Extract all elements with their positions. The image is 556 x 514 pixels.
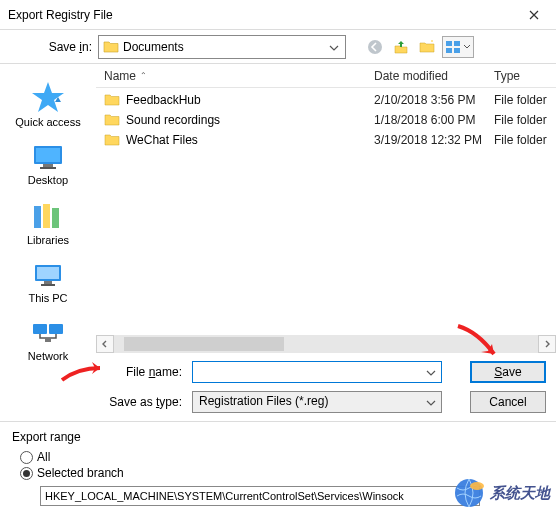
radio-all-label: All xyxy=(37,450,50,464)
column-header-name[interactable]: Name ⌃ xyxy=(96,64,366,87)
svg-rect-15 xyxy=(41,284,55,286)
svg-rect-6 xyxy=(36,148,60,162)
dialog-body: Quick access Desktop Libraries This PC N… xyxy=(0,64,556,422)
libraries-icon xyxy=(31,202,65,232)
column-header-label: Type xyxy=(494,69,520,83)
btn-suf: ave xyxy=(502,365,521,379)
chevron-down-icon xyxy=(329,40,339,54)
scroll-left-button[interactable] xyxy=(96,335,114,353)
sidebar-item-label: This PC xyxy=(28,292,67,304)
cancel-button[interactable]: Cancel xyxy=(470,391,546,413)
places-sidebar: Quick access Desktop Libraries This PC N… xyxy=(0,64,96,421)
sidebar-item-label: Desktop xyxy=(28,174,68,186)
list-item[interactable]: FeedbackHub 2/10/2018 3:56 PM File folde… xyxy=(96,90,556,110)
radio-selected-branch[interactable] xyxy=(20,467,33,480)
savein-value: Documents xyxy=(123,40,184,54)
save-button[interactable]: Save xyxy=(470,361,546,383)
chevron-left-icon xyxy=(101,340,109,348)
up-one-level-button[interactable] xyxy=(390,36,412,58)
label-suf: ame: xyxy=(155,365,182,379)
close-button[interactable] xyxy=(511,0,556,30)
branch-path-input[interactable] xyxy=(40,486,480,506)
savein-dropdown[interactable]: Documents xyxy=(98,35,346,59)
folder-icon xyxy=(104,92,120,108)
svg-rect-10 xyxy=(43,204,50,228)
column-header-label: Name xyxy=(104,69,136,83)
radio-all[interactable] xyxy=(20,451,33,464)
filename-label: File name: xyxy=(96,365,192,379)
file-list: Name ⌃ Date modified Type FeedbackHub 2/… xyxy=(96,64,556,335)
sidebar-item-desktop[interactable]: Desktop xyxy=(8,140,88,190)
file-type: File folder xyxy=(486,133,556,147)
file-name: FeedbackHub xyxy=(126,93,201,107)
star-icon xyxy=(31,80,65,114)
label-ul: A xyxy=(37,450,45,464)
chevron-down-icon xyxy=(426,395,436,409)
close-icon xyxy=(529,10,539,20)
svg-rect-4 xyxy=(454,48,460,53)
sidebar-item-label: Libraries xyxy=(27,234,69,246)
toolbar: Save in: Documents xyxy=(0,30,556,64)
sidebar-item-libraries[interactable]: Libraries xyxy=(8,198,88,250)
filename-input[interactable] xyxy=(192,361,442,383)
sidebar-item-label: Network xyxy=(28,350,68,362)
sidebar-item-label: Quick access xyxy=(15,116,80,128)
list-item[interactable]: Sound recordings 1/18/2018 6:00 PM File … xyxy=(96,110,556,130)
scroll-right-button[interactable] xyxy=(538,335,556,353)
toolbar-buttons xyxy=(364,36,474,58)
scroll-track[interactable] xyxy=(114,335,538,353)
new-folder-button[interactable] xyxy=(416,36,438,58)
svg-rect-2 xyxy=(454,41,460,46)
list-item[interactable]: WeChat Files 3/19/2018 12:32 PM File fol… xyxy=(96,130,556,150)
chevron-right-icon xyxy=(543,340,551,348)
svg-rect-14 xyxy=(44,281,52,284)
svg-rect-3 xyxy=(446,48,452,53)
window-title: Export Registry File xyxy=(8,8,511,22)
scroll-thumb[interactable] xyxy=(124,337,284,351)
file-date: 1/18/2018 6:00 PM xyxy=(366,113,486,127)
svg-rect-16 xyxy=(33,324,47,334)
watermark: 系统天地 xyxy=(452,476,550,510)
column-header-type[interactable]: Type xyxy=(486,64,556,87)
sidebar-item-this-pc[interactable]: This PC xyxy=(8,258,88,308)
horizontal-scrollbar[interactable] xyxy=(96,335,556,353)
svg-rect-13 xyxy=(37,267,59,279)
titlebar: Export Registry File xyxy=(0,0,556,30)
network-icon xyxy=(31,320,65,348)
svg-rect-1 xyxy=(446,41,452,46)
label-ul: S xyxy=(37,466,45,480)
label-pre: Save as xyxy=(109,395,156,409)
folder-icon xyxy=(104,112,120,128)
savein-label-pre: Save xyxy=(49,40,80,54)
columns-header: Name ⌃ Date modified Type xyxy=(96,64,556,88)
up-icon xyxy=(393,39,409,55)
file-rows: FeedbackHub 2/10/2018 3:56 PM File folde… xyxy=(96,88,556,150)
column-header-label: Date modified xyxy=(374,69,448,83)
savein-label: Save in: xyxy=(0,40,98,54)
label-pre: File xyxy=(126,365,149,379)
svg-rect-11 xyxy=(52,208,59,228)
svg-point-20 xyxy=(470,482,484,490)
view-menu-button[interactable] xyxy=(442,36,474,58)
filename-input-wrap xyxy=(192,361,442,383)
sort-ascending-icon: ⌃ xyxy=(140,71,147,80)
view-icon xyxy=(445,39,461,55)
desktop-icon xyxy=(31,144,65,172)
label-suf: ype: xyxy=(159,395,182,409)
back-button[interactable] xyxy=(364,36,386,58)
sidebar-item-quick-access[interactable]: Quick access xyxy=(8,76,88,132)
new-folder-icon xyxy=(419,39,435,55)
btn-ul: S xyxy=(494,365,502,379)
label-suf: ll xyxy=(45,450,50,464)
column-header-date[interactable]: Date modified xyxy=(366,64,486,87)
file-name: WeChat Files xyxy=(126,133,198,147)
action-buttons: Save Cancel xyxy=(470,361,546,413)
radio-all-row[interactable]: All xyxy=(20,450,544,464)
sidebar-item-network[interactable]: Network xyxy=(8,316,88,366)
savetype-dropdown[interactable]: Registration Files (*.reg) xyxy=(192,391,442,413)
svg-rect-8 xyxy=(40,167,56,169)
file-date: 3/19/2018 12:32 PM xyxy=(366,133,486,147)
svg-rect-7 xyxy=(43,164,53,167)
savein-label-suf: n: xyxy=(82,40,92,54)
export-range-title: Export range xyxy=(12,430,544,444)
